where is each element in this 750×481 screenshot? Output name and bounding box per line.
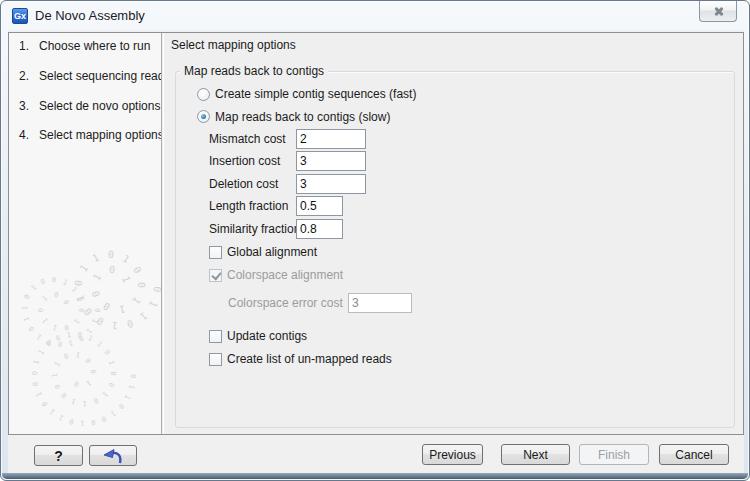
insertion-cost-input[interactable] [296, 151, 366, 171]
deletion-cost-label: Deletion cost [209, 177, 278, 191]
radio-map-reads-back-label[interactable]: Map reads back to contigs (slow) [215, 110, 390, 124]
step-label: Select mapping options [39, 128, 162, 142]
svg-text:0 1 1 0 1 0 0 1 0 1 1 0 1 0 0: 0 1 1 0 1 0 0 1 0 1 1 0 1 0 0 1 1 0 0 1 … [9, 236, 137, 427]
close-button[interactable] [699, 1, 737, 22]
similarity-fraction-input[interactable] [296, 219, 343, 239]
colorspace-error-cost-label: Colorspace error cost [228, 296, 343, 310]
sidebar-item-select-de-novo-options: 3. Select de novo options [9, 99, 162, 115]
client-area: 1. Choose where to run 2. Select sequenc… [8, 30, 744, 475]
mismatch-cost-input[interactable] [296, 129, 366, 149]
content-panel: 1. Choose where to run 2. Select sequenc… [8, 32, 744, 435]
gx-app-icon: Gx [12, 8, 28, 24]
mismatch-cost-label: Mismatch cost [209, 132, 286, 146]
sidebar-item-select-sequencing-reads: 2. Select sequencing reads [9, 69, 162, 85]
watermark-text: 0 1 1 0 1 0 0 1 0 1 1 0 1 0 0 1 1 0 0 1 … [9, 236, 137, 427]
insertion-cost-label: Insertion cost [209, 154, 280, 168]
window-title: De Novo Assembly [35, 8, 145, 23]
similarity-fraction-label: Similarity fraction [209, 222, 300, 236]
sidebar-divider-highlight [163, 33, 164, 434]
unmapped-reads-checkbox[interactable] [209, 353, 222, 366]
update-contigs-label[interactable]: Update contigs [227, 329, 307, 343]
step-label: Select de novo options [39, 99, 160, 113]
length-fraction-input[interactable] [296, 196, 343, 216]
dialog-window: Gx De Novo Assembly 1. Choose where to r… [0, 0, 750, 481]
sidebar-item-choose-where-to-run: 1. Choose where to run [9, 39, 162, 55]
help-button[interactable]: ? [34, 445, 83, 466]
panel-header: Select mapping options [171, 38, 296, 52]
colorspace-alignment-checkbox [209, 269, 222, 282]
cancel-button[interactable]: Cancel [659, 444, 729, 465]
finish-button: Finish [579, 444, 649, 465]
step-label: Choose where to run [39, 39, 150, 53]
unmapped-reads-label[interactable]: Create list of un-mapped reads [227, 352, 392, 366]
next-button[interactable]: Next [501, 444, 570, 465]
groupbox-title: Map reads back to contigs [180, 64, 328, 78]
step-label: Select sequencing reads [39, 69, 162, 83]
undo-arrow-icon [101, 447, 125, 465]
length-fraction-label: Length fraction [209, 199, 288, 213]
watermark-text: 0 1 1 0 1 0 0 1 0 1 1 0 1 0 0 1 1 0 0 1 … [9, 236, 101, 348]
watermark-text: 0 1 1 0 1 0 0 1 0 1 1 0 1 0 0 1 1 0 0 1 … [9, 236, 162, 331]
colorspace-alignment-label: Colorspace alignment [227, 268, 343, 282]
global-alignment-label[interactable]: Global alignment [227, 245, 317, 259]
binary-spiral-watermark: 0 1 1 0 1 0 0 1 0 1 1 0 1 0 0 1 1 0 0 1 … [9, 236, 162, 434]
step-number: 3. [19, 99, 29, 113]
title-bar[interactable]: Gx De Novo Assembly [1, 1, 749, 30]
wizard-steps-sidebar: 1. Choose where to run 2. Select sequenc… [9, 33, 162, 434]
sidebar-item-select-mapping-options: 4. Select mapping options [9, 128, 162, 144]
radio-create-simple-contigs[interactable] [197, 88, 210, 101]
radio-create-simple-contigs-label[interactable]: Create simple contig sequences (fast) [215, 87, 416, 101]
update-contigs-checkbox[interactable] [209, 330, 222, 343]
step-number: 2. [19, 69, 29, 83]
global-alignment-checkbox[interactable] [209, 246, 222, 259]
colorspace-error-cost-input [348, 293, 412, 313]
previous-button[interactable]: Previous [422, 444, 483, 465]
radio-map-reads-back[interactable] [197, 110, 210, 123]
reset-button[interactable] [89, 445, 137, 466]
deletion-cost-input[interactable] [296, 174, 366, 194]
screenshot-stage: Gx De Novo Assembly 1. Choose where to r… [0, 0, 750, 481]
window-bottom-edge [2, 473, 748, 479]
svg-text:0 1 1 0 1 0 0 1 0 1 1 0 1 0 0: 0 1 1 0 1 0 0 1 0 1 1 0 1 0 0 1 1 0 0 1 … [9, 236, 162, 331]
svg-text:0 1 1 0 1 0 0 1 0 1 1 0 1 0 0: 0 1 1 0 1 0 0 1 0 1 1 0 1 0 0 1 1 0 0 1 … [9, 236, 101, 348]
close-icon [714, 7, 724, 16]
step-number: 1. [19, 39, 29, 53]
step-number: 4. [19, 128, 29, 142]
